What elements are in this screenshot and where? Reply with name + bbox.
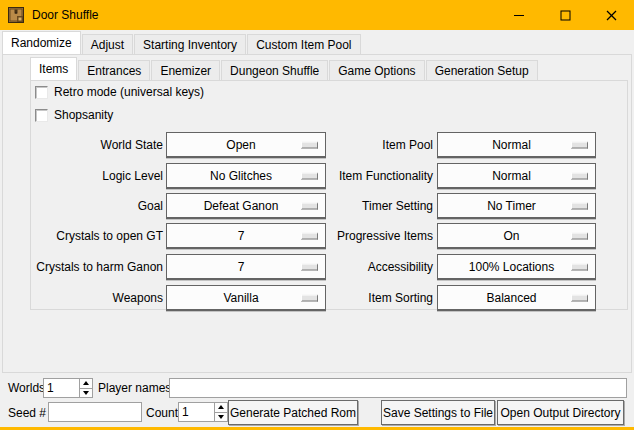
timer-setting-label: Timer Setting bbox=[261, 193, 433, 219]
tab-label: Entrances bbox=[87, 64, 141, 78]
tab-label: Starting Inventory bbox=[143, 38, 237, 52]
save-settings-button[interactable]: Save Settings to File bbox=[381, 400, 495, 425]
accessibility-label: Accessibility bbox=[261, 254, 433, 280]
goal-label: Goal bbox=[31, 193, 163, 219]
tab-label: Randomize bbox=[11, 36, 72, 50]
retro-mode-label: Retro mode (universal keys) bbox=[54, 85, 204, 99]
minimize-icon[interactable] bbox=[496, 0, 542, 30]
tab-starting-inventory[interactable]: Starting Inventory bbox=[134, 34, 246, 54]
tab-label: Items bbox=[39, 62, 68, 76]
tab-generation-setup[interactable]: Generation Setup bbox=[426, 60, 538, 80]
dropdown-indicator-icon bbox=[571, 202, 588, 209]
shopsanity-label: Shopsanity bbox=[54, 108, 113, 122]
player-names-input[interactable] bbox=[169, 378, 627, 398]
world-state-label: World State bbox=[31, 132, 163, 158]
spin-up-icon[interactable] bbox=[80, 379, 92, 389]
dropdown-indicator-icon bbox=[571, 172, 588, 179]
tab-label: Enemizer bbox=[160, 64, 211, 78]
tab-label: Game Options bbox=[338, 64, 415, 78]
worlds-label: Worlds bbox=[8, 377, 45, 399]
count-spinner[interactable]: 1 bbox=[178, 402, 228, 422]
tab-items[interactable]: Items bbox=[30, 57, 77, 80]
retro-mode-checkbox[interactable] bbox=[35, 86, 48, 99]
dropdown-value: On bbox=[503, 229, 519, 243]
item-functionality-label: Item Functionality bbox=[261, 163, 433, 189]
tab-label: Generation Setup bbox=[435, 64, 529, 78]
weapons-label: Weapons bbox=[31, 285, 163, 311]
item-sorting-label: Item Sorting bbox=[261, 285, 433, 311]
timer-setting-dropdown[interactable]: No Timer bbox=[437, 193, 596, 219]
dropdown-indicator-icon bbox=[571, 232, 588, 239]
tab-label: Dungeon Shuffle bbox=[230, 64, 319, 78]
dropdown-indicator-icon bbox=[571, 294, 588, 301]
item-functionality-dropdown[interactable]: Normal bbox=[437, 163, 596, 189]
logic-level-label: Logic Level bbox=[31, 163, 163, 189]
dropdown-value: Vanilla bbox=[223, 291, 258, 305]
app-icon bbox=[8, 7, 24, 23]
dropdown-value: 7 bbox=[238, 260, 245, 274]
dropdown-indicator-icon bbox=[571, 141, 588, 148]
titlebar: Door Shuffle bbox=[0, 0, 634, 30]
spin-down-icon[interactable] bbox=[215, 413, 227, 422]
tab-adjust[interactable]: Adjust bbox=[82, 34, 133, 54]
dropdown-value: Balanced bbox=[486, 291, 536, 305]
generate-patched-rom-button[interactable]: Generate Patched Rom bbox=[228, 400, 358, 425]
dropdown-value: No Timer bbox=[487, 199, 536, 213]
item-sorting-dropdown[interactable]: Balanced bbox=[437, 285, 596, 311]
dropdown-value: 100% Locations bbox=[469, 260, 554, 274]
tab-entrances[interactable]: Entrances bbox=[78, 60, 150, 80]
tab-enemizer[interactable]: Enemizer bbox=[151, 60, 220, 80]
seed-input[interactable] bbox=[48, 402, 142, 422]
window-title: Door Shuffle bbox=[32, 8, 99, 22]
main-tab-bar: Randomize Adjust Starting Inventory Cust… bbox=[2, 31, 362, 54]
progressive-items-label: Progressive Items bbox=[261, 223, 433, 249]
seed-label: Seed # bbox=[8, 402, 46, 424]
count-value: 1 bbox=[179, 403, 214, 421]
worlds-spinner[interactable]: 1 bbox=[43, 378, 93, 398]
tab-dungeon-shuffle[interactable]: Dungeon Shuffle bbox=[221, 60, 328, 80]
spin-down-icon[interactable] bbox=[80, 389, 92, 398]
app-window: Door Shuffle Randomize Adjust Starting I… bbox=[0, 0, 634, 430]
tab-randomize[interactable]: Randomize bbox=[2, 31, 81, 54]
crystals-open-gt-label: Crystals to open GT bbox=[31, 223, 163, 249]
open-output-directory-button[interactable]: Open Output Directory bbox=[497, 400, 624, 425]
dropdown-value: 7 bbox=[238, 229, 245, 243]
tab-game-options[interactable]: Game Options bbox=[329, 60, 424, 80]
dropdown-value: Normal bbox=[492, 169, 531, 183]
maximize-icon[interactable] bbox=[542, 0, 588, 30]
tab-label: Custom Item Pool bbox=[256, 38, 351, 52]
progressive-items-dropdown[interactable]: On bbox=[437, 223, 596, 249]
items-tab-panel: Retro mode (universal keys) Shopsanity W… bbox=[30, 80, 628, 310]
count-label: Count bbox=[146, 402, 178, 424]
player-names-label: Player names bbox=[98, 377, 171, 399]
accessibility-dropdown[interactable]: 100% Locations bbox=[437, 254, 596, 280]
dropdown-value: Open bbox=[226, 138, 255, 152]
close-icon[interactable] bbox=[588, 0, 634, 30]
tab-custom-item-pool[interactable]: Custom Item Pool bbox=[247, 34, 360, 54]
shopsanity-checkbox[interactable] bbox=[35, 109, 48, 122]
item-pool-label: Item Pool bbox=[261, 132, 433, 158]
sub-tab-bar: Items Entrances Enemizer Dungeon Shuffle… bbox=[30, 57, 539, 80]
crystals-harm-ganon-label: Crystals to harm Ganon bbox=[31, 254, 163, 280]
tab-label: Adjust bbox=[91, 38, 124, 52]
worlds-value: 1 bbox=[44, 379, 79, 397]
dropdown-indicator-icon bbox=[571, 263, 588, 270]
dropdown-value: Normal bbox=[492, 138, 531, 152]
item-pool-dropdown[interactable]: Normal bbox=[437, 132, 596, 158]
spin-up-icon[interactable] bbox=[215, 403, 227, 413]
